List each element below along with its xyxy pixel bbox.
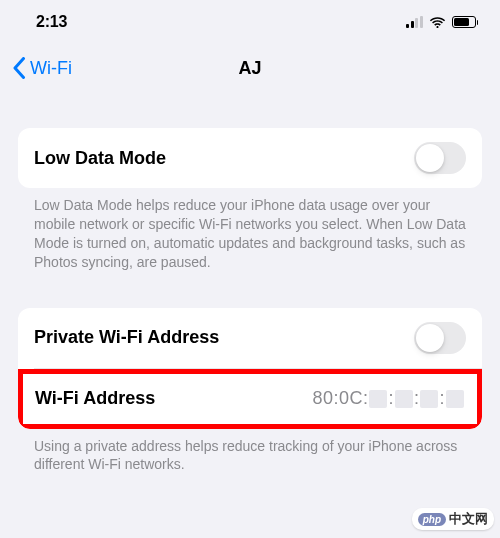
low-data-mode-row: Low Data Mode	[18, 128, 482, 188]
redacted-octet	[446, 390, 464, 408]
wifi-address-label: Wi-Fi Address	[35, 388, 155, 409]
battery-icon	[452, 16, 479, 28]
private-address-footer: Using a private address helps reduce tra…	[0, 429, 500, 475]
cellular-signal-icon	[406, 16, 423, 28]
watermark-text: 中文网	[449, 510, 488, 528]
content-area: Low Data Mode Low Data Mode helps reduce…	[0, 92, 500, 474]
toggle-knob	[416, 144, 444, 172]
toggle-knob	[416, 324, 444, 352]
wifi-icon	[429, 16, 446, 29]
status-bar: 2:13	[0, 0, 500, 44]
low-data-section: Low Data Mode	[18, 128, 482, 188]
low-data-mode-toggle[interactable]	[414, 142, 466, 174]
status-time: 2:13	[36, 13, 67, 31]
navigation-bar: Wi-Fi AJ	[0, 44, 500, 92]
low-data-mode-label: Low Data Mode	[34, 148, 166, 169]
private-wifi-address-label: Private Wi-Fi Address	[34, 327, 219, 348]
watermark: php 中文网	[412, 508, 494, 530]
php-logo-icon: php	[418, 513, 446, 526]
chevron-left-icon	[12, 57, 26, 79]
back-label: Wi-Fi	[30, 58, 72, 79]
low-data-footer: Low Data Mode helps reduce your iPhone d…	[0, 188, 500, 272]
status-icons	[406, 16, 478, 29]
page-title: AJ	[238, 58, 261, 79]
redacted-octet	[420, 390, 438, 408]
address-section: Private Wi-Fi Address Wi-Fi Address 80:0…	[18, 308, 482, 429]
wifi-address-row: Wi-Fi Address 80:0C: : : :	[23, 374, 477, 424]
redacted-octet	[395, 390, 413, 408]
redacted-octet	[369, 390, 387, 408]
back-button[interactable]: Wi-Fi	[12, 57, 72, 79]
wifi-address-highlight: Wi-Fi Address 80:0C: : : :	[18, 369, 482, 429]
private-wifi-address-toggle[interactable]	[414, 322, 466, 354]
wifi-address-value: 80:0C: : : :	[312, 388, 465, 409]
private-wifi-address-row: Private Wi-Fi Address	[18, 308, 482, 368]
